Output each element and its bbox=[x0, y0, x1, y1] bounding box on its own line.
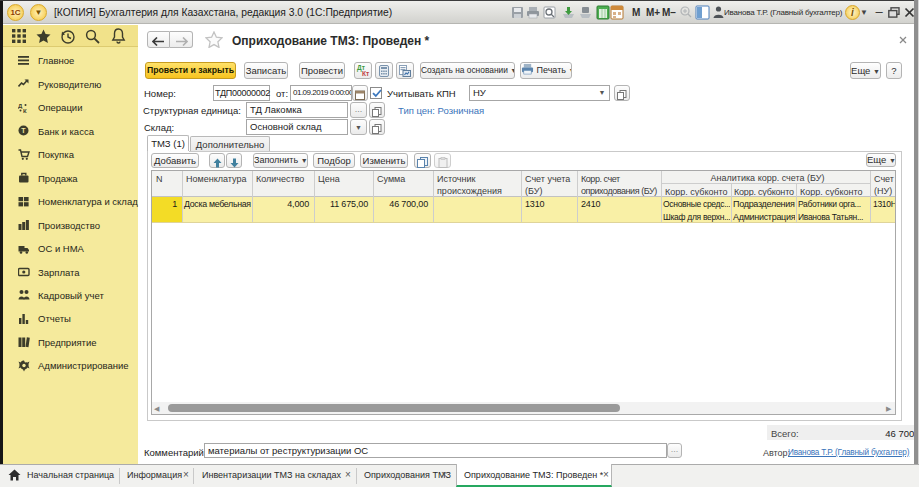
svg-text:К: К bbox=[23, 108, 27, 114]
svg-text:Т: Т bbox=[21, 127, 26, 134]
